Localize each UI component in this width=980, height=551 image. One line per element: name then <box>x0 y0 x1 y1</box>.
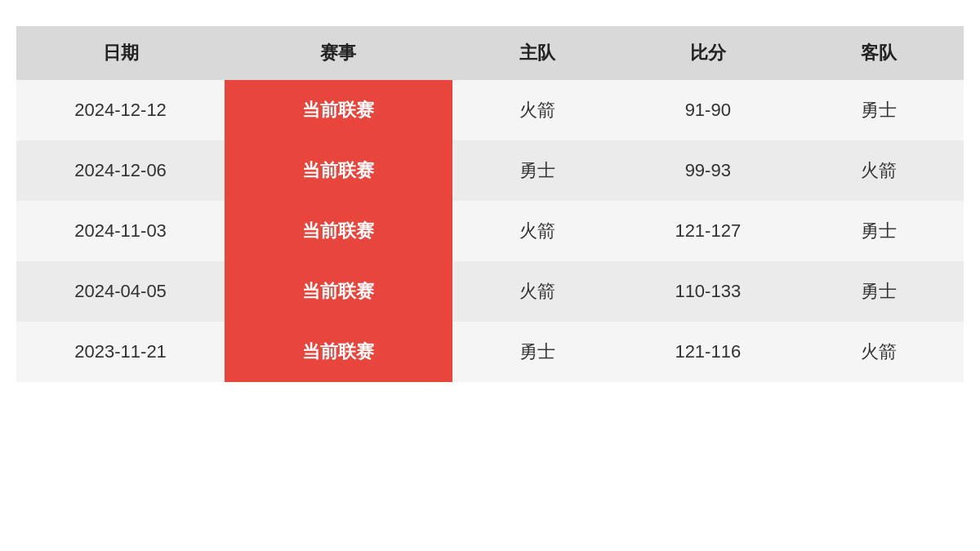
cell-score: 121-116 <box>622 322 793 382</box>
event-label: 当前联赛 <box>225 80 452 140</box>
cell-home: 火箭 <box>452 261 623 322</box>
cell-away: 勇士 <box>793 261 964 322</box>
cell-home: 火箭 <box>452 80 623 140</box>
table-container: 日期 赛事 主队 比分 客队 2024-12-12当前联赛火箭91-90勇士20… <box>0 26 980 551</box>
cell-home: 火箭 <box>452 201 623 261</box>
cell-away: 火箭 <box>793 140 964 201</box>
event-label: 当前联赛 <box>225 261 452 322</box>
cell-score: 121-127 <box>622 201 793 261</box>
table-row: 2024-04-05当前联赛火箭110-133勇士 <box>16 261 964 322</box>
cell-score: 110-133 <box>622 261 793 322</box>
col-header-event: 赛事 <box>225 26 452 80</box>
event-label: 当前联赛 <box>225 140 452 201</box>
table-row: 2023-11-21当前联赛勇士121-116火箭 <box>16 322 964 382</box>
records-table: 日期 赛事 主队 比分 客队 2024-12-12当前联赛火箭91-90勇士20… <box>16 26 964 382</box>
cell-event: 当前联赛 <box>225 322 452 382</box>
cell-date: 2024-12-12 <box>16 80 225 140</box>
table-row: 2024-11-03当前联赛火箭121-127勇士 <box>16 201 964 261</box>
cell-home: 勇士 <box>452 140 623 201</box>
cell-home: 勇士 <box>452 322 623 382</box>
table-header: 日期 赛事 主队 比分 客队 <box>16 26 964 80</box>
col-header-score: 比分 <box>622 26 793 80</box>
event-label: 当前联赛 <box>225 322 452 382</box>
page-header <box>0 0 980 26</box>
page-wrapper: 日期 赛事 主队 比分 客队 2024-12-12当前联赛火箭91-90勇士20… <box>0 0 980 551</box>
cell-date: 2023-11-21 <box>16 322 225 382</box>
table-body: 2024-12-12当前联赛火箭91-90勇士2024-12-06当前联赛勇士9… <box>16 80 964 382</box>
cell-date: 2024-04-05 <box>16 261 225 322</box>
cell-date: 2024-11-03 <box>16 201 225 261</box>
cell-score: 99-93 <box>622 140 793 201</box>
event-label: 当前联赛 <box>225 201 452 261</box>
cell-away: 勇士 <box>793 80 964 140</box>
cell-event: 当前联赛 <box>225 140 452 201</box>
col-header-away: 客队 <box>793 26 964 80</box>
cell-date: 2024-12-06 <box>16 140 225 201</box>
cell-event: 当前联赛 <box>225 80 452 140</box>
cell-score: 91-90 <box>622 80 793 140</box>
header-row: 日期 赛事 主队 比分 客队 <box>16 26 964 80</box>
cell-away: 火箭 <box>793 322 964 382</box>
cell-event: 当前联赛 <box>225 261 452 322</box>
col-header-date: 日期 <box>16 26 225 80</box>
cell-event: 当前联赛 <box>225 201 452 261</box>
col-header-home: 主队 <box>452 26 623 80</box>
table-row: 2024-12-12当前联赛火箭91-90勇士 <box>16 80 964 140</box>
cell-away: 勇士 <box>793 201 964 261</box>
table-row: 2024-12-06当前联赛勇士99-93火箭 <box>16 140 964 201</box>
